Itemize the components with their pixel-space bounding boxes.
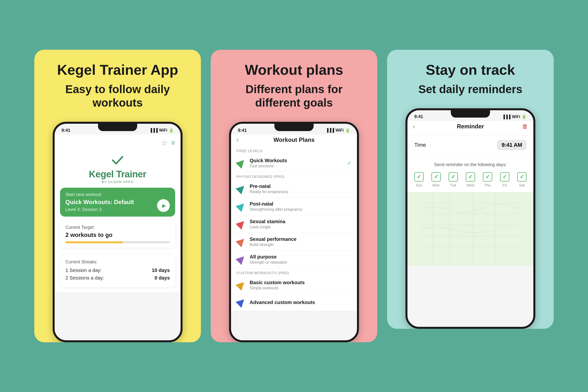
progress-fill <box>66 241 123 243</box>
phone-1-header: ☆ ≡ <box>60 137 175 150</box>
day-fri: Fri <box>500 172 509 187</box>
map-decoration <box>408 192 533 266</box>
signal-icon-3: ▐▐▐ <box>502 115 510 119</box>
day-thu: Thu <box>483 172 492 187</box>
plan-desc-sexual-performance: Build strength <box>250 242 352 247</box>
plan-item-quick[interactable]: Quick Workouts Fast sessions ✓ <box>231 154 357 172</box>
day-label-fri: Fri <box>502 183 507 187</box>
wifi-icon: WiFi <box>159 128 167 132</box>
phone-3-status-icons: ▐▐▐ WiFi 🔋 <box>502 114 526 119</box>
streak-row-1: 1 Session a day: 10 days <box>66 268 170 273</box>
plan-text-advanced-custom: Advanced custom workouts <box>250 300 352 305</box>
workout-card-level: Level 3: Session 3 <box>66 207 134 212</box>
day-checkbox-thu[interactable] <box>483 172 492 182</box>
plan-item-basic-custom[interactable]: Basic custom workouts Simple workouts <box>231 276 357 294</box>
trash-icon[interactable]: 🗑 <box>522 123 528 130</box>
target-label: Current Target: <box>66 225 170 230</box>
streak-1-value: 10 days <box>152 268 170 273</box>
plan-text-sexual-performance: Sexual performance Build strength <box>250 236 352 247</box>
plan-name-quick: Quick Workouts <box>250 158 347 164</box>
day-checkbox-wed[interactable] <box>466 172 475 182</box>
wifi-icon-2: WiFi <box>336 128 344 132</box>
phone-2-content: ‹ Workout Plans FREE LEVELS Quick Workou… <box>231 134 357 311</box>
card-kegel-trainer: Kegel Trainer App Easy to follow daily w… <box>34 50 201 342</box>
day-checkbox-sat[interactable] <box>517 172 526 182</box>
phone-1: 9:41 ▐▐▐ WiFi 🔋 ☆ ≡ Kegel Trainer B <box>53 122 182 342</box>
day-checkbox-sun[interactable] <box>414 172 424 182</box>
target-section: Current Target: 2 workouts to go <box>60 220 175 248</box>
plan-text-postnatal: Post-natal Strengthening after pregnancy <box>250 201 352 212</box>
card-3-subtitle: Set daily reminders <box>418 82 522 96</box>
card-1-title: Kegel Trainer App <box>57 62 178 78</box>
day-checkbox-mon[interactable] <box>432 172 441 182</box>
streak-2-value: 0 days <box>154 275 170 281</box>
reminder-days-label: Send reminder on the following days: <box>414 162 526 167</box>
plan-name-all-purpose: All purpose <box>250 254 352 260</box>
app-byline: BY OLSON APPS <box>102 180 134 184</box>
plan-item-sexual-stamina[interactable]: Sexual stamina Lasts longer <box>231 215 357 233</box>
back-button-3[interactable]: ‹ <box>413 122 415 130</box>
back-button-2[interactable]: ‹ <box>236 136 239 144</box>
day-sun: Sun <box>414 172 424 187</box>
day-checkbox-fri[interactable] <box>500 172 509 182</box>
day-label-tue: Tue <box>450 183 456 187</box>
plan-name-postnatal: Post-natal <box>250 201 352 207</box>
star-icon[interactable]: ☆ <box>161 139 167 147</box>
plan-icon-all-purpose <box>236 254 246 264</box>
plan-text-quick: Quick Workouts Fast sessions <box>250 158 347 168</box>
plan-icon-sexual-stamina <box>236 219 246 229</box>
phone-2: 9:41 ▐▐▐ WiFi 🔋 ‹ Workout Plans FREE LEV… <box>229 122 359 342</box>
card-workout-plans: Workout plans Different plans for differ… <box>211 50 377 342</box>
battery-icon-2: 🔋 <box>345 128 350 133</box>
tri-yellow-icon <box>236 279 247 290</box>
day-label-thu: Thu <box>484 183 491 187</box>
workout-name-group: Quick Workouts: Default Level 3: Session… <box>66 199 134 212</box>
phone-1-content: ☆ ≡ Kegel Trainer BY OLSON APPS Start ne… <box>55 134 180 292</box>
cards-container: Kegel Trainer App Easy to follow daily w… <box>15 35 573 357</box>
day-mon: Mon <box>432 172 441 187</box>
play-button[interactable] <box>157 199 170 212</box>
plan-desc-prenatal: Ready for pregnanacy <box>250 190 352 194</box>
plan-name-prenatal: Pre-natal <box>250 184 352 189</box>
plan-desc-sexual-stamina: Lasts longer <box>250 225 352 229</box>
streaks-title: Current Streaks: <box>66 260 170 264</box>
phone-2-nav: ‹ Workout Plans <box>231 134 357 146</box>
phone-1-notch <box>98 124 137 131</box>
plan-desc-all-purpose: Strength or relaxation <box>250 260 352 264</box>
day-label-sun: Sun <box>416 183 422 187</box>
wifi-icon-3: WiFi <box>512 115 520 119</box>
plan-item-all-purpose[interactable]: All purpose Strength or relaxation <box>231 251 357 268</box>
plan-item-sexual-performance[interactable]: Sexual performance Build strength <box>231 233 357 251</box>
menu-icon[interactable]: ≡ <box>171 139 175 147</box>
section-free-levels: FREE LEVELS <box>231 146 357 154</box>
section-custom: CUSTOM WORKOUTS (PRO) <box>231 268 357 276</box>
workout-card[interactable]: Start next workout: Quick Workouts: Defa… <box>60 188 175 216</box>
workout-card-name: Quick Workouts: Default <box>66 199 134 206</box>
day-wed: Wed <box>466 172 475 187</box>
phone-1-logo-area: Kegel Trainer BY OLSON APPS <box>60 150 175 188</box>
tri-coral-icon <box>236 236 247 247</box>
signal-icon: ▐▐▐ <box>149 128 158 132</box>
day-checkbox-tue[interactable] <box>448 172 458 182</box>
screen-title-3: Reminder <box>457 123 484 130</box>
reminder-time-label: Time <box>414 142 426 148</box>
plan-name-sexual-stamina: Sexual stamina <box>250 219 352 224</box>
streak-1-label: 1 Session a day: <box>66 268 102 273</box>
plan-item-advanced-custom[interactable]: Advanced custom workouts <box>231 294 357 311</box>
plan-item-postnatal[interactable]: Post-natal Strengthening after pregnancy <box>231 198 357 215</box>
phone-3-content: ‹ Reminder 🗑 Time 9:41 AM Send reminder … <box>408 121 533 266</box>
plan-item-prenatal[interactable]: Pre-natal Ready for pregnanacy <box>231 180 357 198</box>
card-3-title: Stay on track <box>426 62 515 78</box>
card-stay-on-track: Stay on track Set daily reminders 9:41 ▐… <box>387 50 554 329</box>
reminder-time-value[interactable]: 9:41 AM <box>497 140 526 150</box>
day-label-wed: Wed <box>467 183 474 187</box>
plan-icon-prenatal <box>236 184 246 194</box>
phone-2-notch <box>274 124 314 131</box>
screen-title-2: Workout Plans <box>274 136 314 143</box>
signal-icon-2: ▐▐▐ <box>326 128 334 132</box>
day-tue: Tue <box>448 172 458 187</box>
phone-3-time: 9:41 <box>414 114 423 119</box>
plan-icon-quick <box>236 158 246 168</box>
plan-name-advanced-custom: Advanced custom workouts <box>250 300 352 305</box>
target-section-wrap: Current Target: 2 workouts to go <box>60 220 175 248</box>
